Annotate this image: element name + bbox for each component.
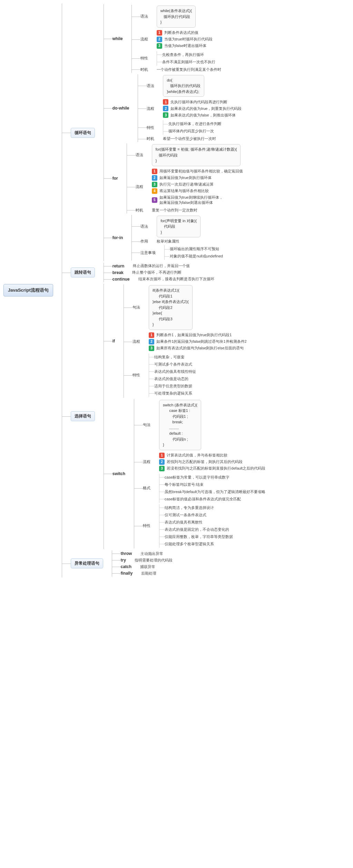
leaf: 特性 <box>147 125 154 130</box>
leaf: 仅能处理多个枚举型逻辑关系 <box>159 540 233 548</box>
return-label: return <box>112 264 125 268</box>
leaf: 仅能应用整数，枚举，字符串等类型数据 <box>159 533 233 540</box>
if-label: if <box>112 339 115 343</box>
switch-flow: 1计算表达式的值，并与各标签相比较 2若找到与之匹配的标签，则执行其后的代码段 … <box>159 452 265 472</box>
leaf: 如果返回值为true则继续执行循环体， 如果返回值为false则退出循环体 <box>159 195 223 205</box>
leaf: 循环输出的属性顺序不可预知 <box>165 245 223 253</box>
leaf: 判断条件1，如果返回值为true则执行代码段1 <box>156 332 232 338</box>
leaf: 语法 <box>140 224 148 229</box>
leaf: 当值为false时退出循环体 <box>164 43 206 48</box>
leaf: 可处理复杂的逻辑关系 <box>149 390 196 397</box>
while-timing: 一个动作被重复执行到满足某个条件时 <box>157 67 221 72</box>
leaf: case标签的值必须和条件表达式的值完全匹配 <box>159 496 265 503</box>
leaf: 计算表达式的值，并与各标签相比较 <box>167 453 227 458</box>
leaf: 枚举对象属性 <box>157 239 179 244</box>
leaf: 主动抛出异常 <box>140 551 163 556</box>
leaf: 流程 <box>136 184 143 189</box>
dowhile-node: do-while 语法do{ 循环执行的代码段 }while(条件表达式); 流… <box>104 74 243 142</box>
leaf: 后期处理 <box>141 571 156 576</box>
cat-jump-label: 跳转语句 <box>71 267 95 277</box>
k-syntax: 语法 <box>140 14 148 19</box>
leaf: 格式 <box>143 485 150 491</box>
leaf: 结构简洁，专为多重选择设计 <box>159 504 233 511</box>
leaf: 对象的值不能是null或undefined <box>165 253 223 260</box>
leaf: 结构复杂，可嵌套 <box>149 353 196 361</box>
dowhile-label: do-while <box>112 106 129 111</box>
dowhile-flow: 1先执行循环体内代码段再进行判断 2如果表达式的值为true，则重复执行代码段 … <box>163 98 242 119</box>
while-flow: 1判断条件表达式的值 2当值为true时循环执行代码段 3当值为false时退出… <box>157 29 213 50</box>
switch-node: switch 句法switch (条件表达式){ case 标签1 : 代码段1… <box>104 399 265 548</box>
for-label: for <box>112 176 118 181</box>
for-node: for 语法for(循环变量 = 初值; 循环条件;递增/递减计数器){ 循环代… <box>104 143 243 214</box>
root-node: JavaScript流程语句 <box>3 284 53 296</box>
forin-code: for(声明变量 in 对象){ 代码段 } <box>157 216 200 238</box>
leaf: 希望一个动作至少被执行一次时 <box>163 136 216 141</box>
leaf: 如果条件1的返回值为false则跳过语句块1并检测条件2 <box>156 339 247 344</box>
leaf: 表达式的值是固定的，不会动态变化的 <box>159 526 233 533</box>
leaf: 流程 <box>133 339 140 344</box>
if-code: if(条件表达式1){ 代码段1 }else if(条件表达式2){ 代码段2 … <box>149 285 193 330</box>
while-feat: 先检查条件，再执行循环 条件不满足则循环一次也不执行 <box>157 51 215 66</box>
leaf: 适用于任意类型的数据 <box>149 383 196 390</box>
leaf: 流程 <box>143 459 150 464</box>
while-node: while 语法while(条件表达式){ 循环执行代码段 } 流程 1判断条件… <box>104 5 243 73</box>
leaf: 终止函数体的运行，并返回一个值 <box>133 263 190 268</box>
leaf: 时机 <box>147 136 154 141</box>
leaf: 捕获异常 <box>140 564 155 569</box>
leaf: 特性 <box>133 372 140 378</box>
root-children: 循环语句 while 语法while(条件表达式){ 循环执行代码段 } 流程 … <box>62 3 265 577</box>
k-timing: 时机 <box>140 67 148 72</box>
leaf: 若找到与之匹配的标签，则执行其后的代码段 <box>167 459 243 464</box>
leaf: 虽然break与default为可选项，但为了逻辑清晰最好不要省略 <box>159 488 265 496</box>
catch-label: catch <box>121 564 131 569</box>
cat-jump: 跳转语句 return终止函数体的运行，并返回一个值 break终止整个循环，不… <box>62 263 265 282</box>
leaf: 语法 <box>136 152 143 158</box>
try-label: try <box>121 558 126 563</box>
mindmap: JavaScript流程语句 循环语句 while 语法while(条件表达式)… <box>3 3 350 577</box>
leaf: 执行完一次后进行递增/递减运算 <box>159 182 214 187</box>
leaf: 表达式的值是动态的 <box>149 375 196 383</box>
leaf: 用循环变量初始值与循环条件相比较，确定返回值 <box>159 169 243 174</box>
leaf: 指明需要处理的代码段 <box>135 558 173 563</box>
break-label: break <box>112 270 124 275</box>
leaf: 如果表达式的值为false，则推出循环体 <box>170 113 235 118</box>
dowhile-code: do{ 循环执行的代码段 }while(条件表达式); <box>163 75 204 97</box>
leaf: 条件不满足则循环一次也不执行 <box>157 58 215 66</box>
k-flow: 流程 <box>140 37 148 42</box>
leaf: 表达式的值具有离散性 <box>159 519 233 526</box>
for-flow: 1用循环变量初始值与循环条件相比较，确定返回值 2如果返回值为true则执行循环… <box>152 168 243 206</box>
switch-code: switch (条件表达式){ case 标签1 : 代码段1 ; break;… <box>159 400 201 450</box>
leaf: 句法 <box>143 422 150 427</box>
while-label: while <box>112 36 123 41</box>
leaf: 流程 <box>147 106 154 111</box>
leaf: case标签为常量，可以是字符串或数字 <box>159 474 265 481</box>
leaf: 先执行循环体，在进行条件判断 <box>163 120 222 128</box>
finally-label: finally <box>121 571 133 576</box>
leaf: 可测试多个条件表达式 <box>149 361 196 368</box>
continue-label: continue <box>112 277 130 282</box>
leaf: 特性 <box>143 523 150 528</box>
leaf: 时机 <box>136 208 143 213</box>
if-flow: 1判断条件1，如果返回值为true则执行代码段1 2如果条件1的返回值为fals… <box>149 331 247 352</box>
while-code: while(条件表达式){ 循环执行代码段 } <box>157 6 196 28</box>
cat-select-label: 选择语句 <box>71 411 95 421</box>
leaf: 结束本次循环，接着去判断是否执行下次循环 <box>138 276 214 282</box>
leaf: 句法 <box>133 305 140 310</box>
leaf: 如果所有表达式的值均为false则执行else后面的语句 <box>156 346 243 351</box>
leaf: 注意事项 <box>140 250 156 255</box>
k-feat: 特性 <box>140 56 148 61</box>
cat-loop-label: 循环语句 <box>71 128 95 138</box>
switch-label: switch <box>112 471 125 476</box>
for-code: for(循环变量 = 初值; 循环条件;递增/递减计数器){ 循环代码段 } <box>152 144 241 166</box>
leaf: 重复一个动作到一定次数时 <box>152 208 197 213</box>
leaf: 当值为true时循环执行代码段 <box>164 37 213 42</box>
leaf: 若没有找到与之匹配的标签则直接执行default之后的代码段 <box>167 466 265 471</box>
leaf: 判断条件表达式的值 <box>164 30 198 35</box>
switch-format: case标签为常量，可以是字符串或数字 每个标签均以冒号:结束 虽然break与… <box>159 474 265 503</box>
leaf: 循环体内代码至少执行一次 <box>163 128 222 135</box>
cat-except-label: 异常处理语句 <box>71 558 103 568</box>
leaf: 作用 <box>140 239 148 244</box>
cat-except: 异常处理语句 throw主动抛出异常 try指明需要处理的代码段 catch捕获… <box>62 550 265 577</box>
leaf: 先检查条件，再执行循环 <box>157 51 215 58</box>
cat-select: 选择语句 if 句法if(条件表达式1){ 代码段1 }else if(条件表达… <box>62 284 265 549</box>
